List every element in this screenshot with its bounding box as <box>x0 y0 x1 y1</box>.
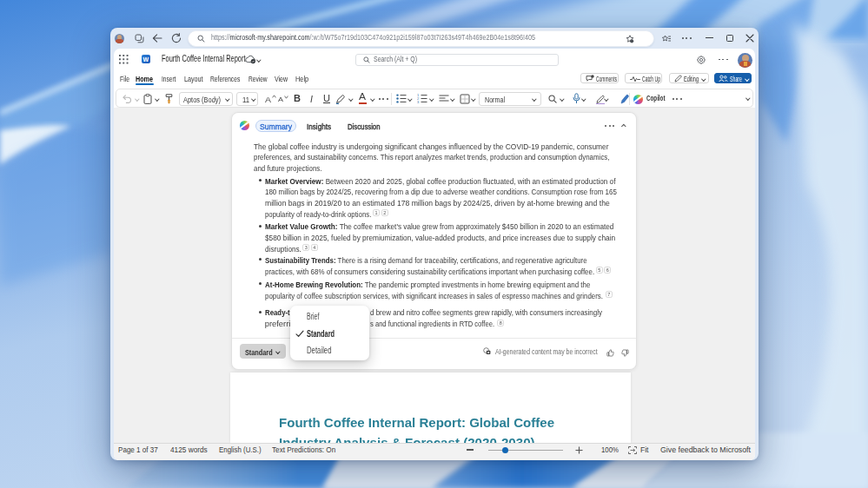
svg-text:3: 3 <box>417 100 420 103</box>
